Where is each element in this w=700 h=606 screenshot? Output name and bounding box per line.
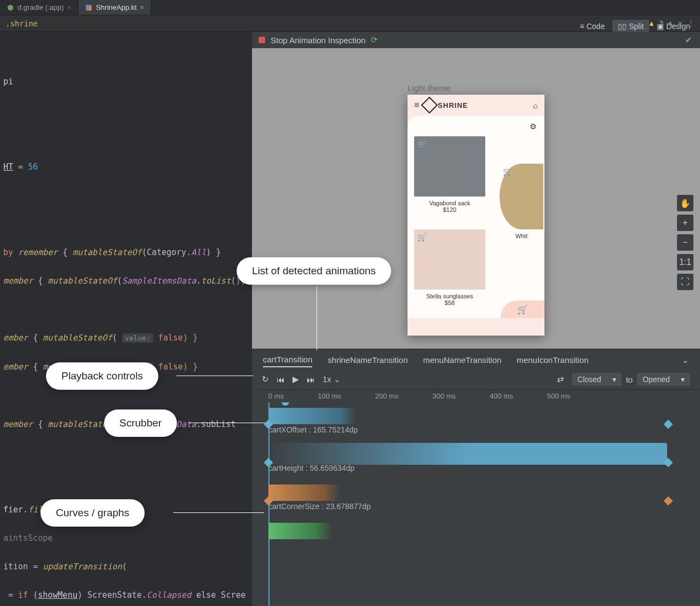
play-icon[interactable]: ▶	[292, 374, 299, 384]
loop-icon[interactable]: ↻	[262, 374, 269, 384]
anim-tab-cart[interactable]: cartTransition	[263, 353, 312, 367]
curve	[268, 443, 667, 465]
anim-tab-menu-icon[interactable]: menuIconTransition	[517, 353, 588, 367]
curve	[268, 523, 667, 539]
add-cart-icon[interactable]: 🛒	[417, 140, 427, 148]
speed-dropdown[interactable]: 1x ⌄	[323, 374, 341, 384]
add-cart-icon[interactable]: 🛒	[503, 167, 512, 176]
backdrop-sheet: ⚙ 🛒 Vagabond sack $120 🛒	[408, 116, 544, 318]
device-preview[interactable]: ≡ SHRINE ⌕ ⚙ 🛒 Vagabond sa	[408, 95, 544, 336]
product-card[interactable]: 🛒 Stella sunglasses $58	[414, 229, 485, 306]
callout-playback: Playback controls	[46, 362, 158, 390]
close-icon[interactable]: ×	[140, 3, 145, 11]
zoom-in-button[interactable]: +	[677, 215, 693, 231]
app-bar: ≡ SHRINE ⌕	[408, 95, 544, 116]
list-icon: ≡	[580, 22, 584, 31]
anim-tab-menu-name[interactable]: menuNameTransition	[423, 353, 501, 367]
zoom-controls: ✋ + − 1:1 ⛶	[677, 195, 693, 290]
leader-line	[173, 512, 264, 513]
cart-button[interactable]: 🛒	[501, 301, 544, 318]
curve	[268, 408, 667, 424]
playback-row: ↻ ⏮ ▶ ⏭ 1x ⌄ ⇄ Closed▾ to Opened▾	[252, 370, 700, 390]
stop-animation-label[interactable]: Stop Animation Inspection	[271, 36, 365, 45]
animation-inspector: cartTransition shrineNameTransition menu…	[252, 349, 700, 606]
chevron-down-icon: ▾	[681, 375, 685, 384]
view-code[interactable]: ≡Code	[575, 20, 611, 33]
leader-line	[317, 286, 317, 350]
curve	[268, 484, 667, 501]
tab-label: d.gradle (:app)	[18, 3, 64, 11]
zoom-out-button[interactable]: −	[677, 234, 693, 251]
split-icon: ▯▯	[618, 22, 627, 31]
search-icon[interactable]: ⌕	[533, 101, 538, 110]
view-design[interactable]: ▣Design	[651, 20, 696, 33]
logo-icon	[421, 96, 438, 113]
theme-label: Light theme	[408, 83, 544, 93]
pan-button[interactable]: ✋	[677, 195, 693, 211]
animation-tabs: cartTransition shrineNameTransition menu…	[252, 349, 700, 370]
zoom-reset-button[interactable]: 1:1	[677, 254, 693, 270]
track-cartxoffset: cartXOffset : 165.75214dp	[268, 408, 684, 434]
kotlin-icon	[85, 4, 93, 11]
filter-icon[interactable]: ⚙	[530, 122, 537, 131]
state-to-dropdown[interactable]: Opened▾	[637, 373, 690, 386]
svg-point-0	[8, 4, 14, 10]
chevron-down-icon[interactable]: ⌄	[682, 355, 689, 365]
product-card[interactable]: 🛒 Whit	[500, 164, 543, 239]
scrubber-head[interactable]	[282, 402, 289, 406]
package-path: .shrine	[5, 19, 38, 28]
close-icon[interactable]: ×	[67, 3, 72, 11]
preview-toolbar: Stop Animation Inspection ⟳ ✔	[252, 32, 700, 48]
timeline[interactable]: cartXOffset : 165.75214dp cartHeight : 5…	[252, 402, 700, 606]
leader-line	[176, 376, 253, 376]
callout-scrubber: Scrubber	[104, 409, 177, 437]
product-card[interactable]: 🛒 Vagabond sack $120	[414, 136, 485, 213]
editor-tabs: d.gradle (:app) × ShrineApp.kt ×	[0, 0, 700, 15]
anim-tab-shrine-name[interactable]: shrineNameTransition	[328, 353, 408, 367]
gradle-icon	[7, 4, 14, 11]
track-cartheight: cartHeight : 56.659634dp	[268, 446, 684, 472]
go-end-icon[interactable]: ⏭	[307, 375, 315, 384]
brand-logo: SHRINE	[423, 99, 468, 111]
refresh-icon[interactable]: ⟳	[371, 35, 378, 45]
tab-build-gradle[interactable]: d.gradle (:app) ×	[0, 0, 78, 15]
chevron-down-icon: ▾	[612, 375, 616, 384]
view-split[interactable]: ▯▯Split	[612, 20, 649, 33]
state-from-dropdown[interactable]: Closed▾	[572, 373, 622, 386]
add-cart-icon[interactable]: 🛒	[417, 233, 427, 241]
menu-icon[interactable]: ≡	[414, 100, 419, 110]
time-ruler[interactable]: 0 ms 100 ms 200 ms 300 ms 400 ms 500 ms	[252, 390, 700, 402]
track-cartcornersize: cartCornerSize : 23.678877dp	[268, 484, 684, 511]
leader-line	[188, 423, 265, 423]
check-icon: ✔	[685, 35, 692, 45]
stop-icon[interactable]	[259, 37, 265, 43]
callout-list: List of detected animations	[237, 257, 391, 285]
tab-label: ShrineApp.kt	[96, 3, 136, 11]
zoom-fit-button[interactable]: ⛶	[677, 274, 693, 290]
go-start-icon[interactable]: ⏮	[277, 375, 285, 384]
track-extra	[268, 523, 684, 539]
swap-icon[interactable]: ⇄	[557, 374, 564, 384]
tab-shrine-app[interactable]: ShrineApp.kt ×	[78, 0, 151, 15]
image-icon: ▣	[657, 22, 664, 31]
callout-curves: Curves / graphs	[41, 499, 145, 527]
view-mode-switcher: ≡Code ▯▯Split ▣Design	[575, 20, 696, 33]
